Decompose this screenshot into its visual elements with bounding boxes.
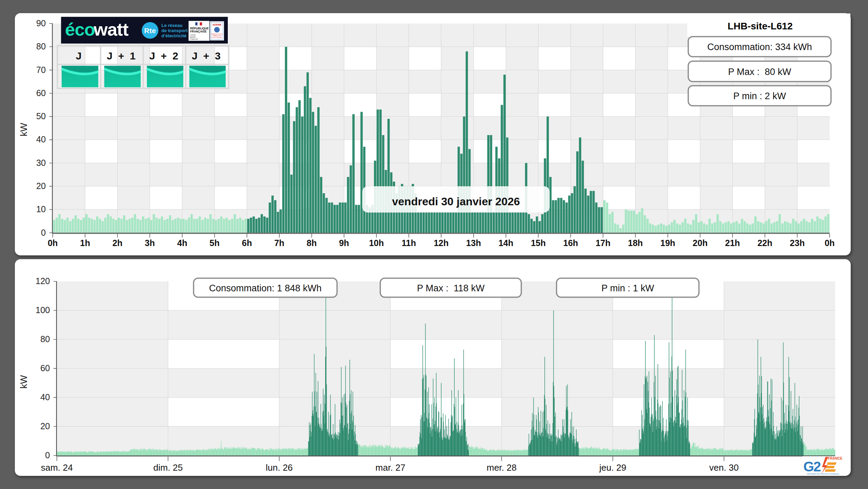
svg-text:80: 80 (36, 41, 46, 51)
svg-text:20h: 20h (693, 238, 708, 248)
svg-text:dim. 25: dim. 25 (153, 462, 183, 473)
svg-text:9h: 9h (339, 238, 349, 248)
svg-text:120: 120 (36, 276, 50, 286)
svg-text:5h: 5h (209, 238, 220, 248)
svg-text:P Max : 80 kW: P Max : 80 kW (728, 67, 791, 77)
svg-text:10: 10 (36, 204, 46, 214)
svg-text:10h: 10h (369, 238, 384, 248)
svg-text:Le réseau: Le réseau (161, 23, 183, 28)
svg-text:60: 60 (36, 88, 46, 98)
svg-text:G2: G2 (803, 459, 821, 474)
svg-text:J: J (76, 50, 83, 62)
svg-text:LHB-site-L612: LHB-site-L612 (728, 21, 793, 31)
svg-text:lun. 26: lun. 26 (266, 462, 293, 473)
svg-text:19h: 19h (660, 238, 675, 248)
svg-text:0h: 0h (48, 238, 58, 248)
svg-text:80: 80 (40, 334, 50, 344)
svg-text:13h: 13h (466, 238, 481, 248)
svg-text:vendredi 30 janvier 2026: vendredi 30 janvier 2026 (392, 195, 520, 208)
svg-text:jeu. 29: jeu. 29 (599, 462, 626, 473)
svg-text:P min : 2 kW: P min : 2 kW (733, 91, 786, 101)
svg-text:RÉPUBLIQUE: RÉPUBLIQUE (190, 27, 209, 30)
svg-text:40: 40 (40, 392, 50, 402)
svg-text:50: 50 (36, 111, 46, 121)
svg-text:4h: 4h (177, 238, 187, 248)
svg-text:11h: 11h (402, 238, 416, 248)
svg-text:sam. 24: sam. 24 (41, 462, 73, 473)
svg-text:ven. 30: ven. 30 (709, 462, 739, 473)
svg-text:Consommation: 334 kWh: Consommation: 334 kWh (707, 42, 812, 52)
svg-text:30: 30 (36, 158, 46, 168)
svg-text:60: 60 (40, 363, 50, 373)
svg-text:de transport: de transport (161, 28, 188, 33)
svg-text:FRANCE: FRANCE (828, 457, 842, 460)
svg-text:mar. 27: mar. 27 (375, 462, 405, 473)
svg-text:d’électricité: d’électricité (161, 33, 186, 38)
svg-text:1h: 1h (80, 238, 90, 248)
svg-text:Fraternité: Fraternité (190, 38, 198, 40)
svg-text:kW: kW (19, 375, 29, 389)
svg-text:15h: 15h (531, 238, 546, 248)
svg-text:3h: 3h (145, 238, 155, 248)
svg-text:P min : 1 kW: P min : 1 kW (601, 283, 654, 293)
svg-text:éco: éco (65, 19, 95, 39)
svg-text:mer. 28: mer. 28 (487, 462, 517, 473)
svg-text:ADEME: ADEME (213, 23, 222, 26)
svg-text:J + 3: J + 3 (192, 50, 222, 62)
svg-text:12h: 12h (434, 238, 449, 248)
svg-text:6h: 6h (242, 238, 252, 248)
svg-text:18h: 18h (628, 238, 643, 248)
svg-text:watt: watt (93, 19, 129, 39)
svg-text:21h: 21h (725, 238, 740, 248)
svg-text:0h: 0h (824, 238, 834, 248)
svg-text:20: 20 (36, 181, 46, 191)
svg-text:ÉCOLOGIQUE: ÉCOLOGIQUE (212, 37, 222, 38)
svg-text:Rte: Rte (144, 27, 156, 35)
svg-text:70: 70 (36, 65, 46, 75)
svg-text:Consommation: 1 848 kWh: Consommation: 1 848 kWh (209, 283, 322, 293)
svg-text:P Max : 118 kW: P Max : 118 kW (417, 283, 485, 293)
svg-text:40: 40 (36, 134, 46, 144)
svg-text:2h: 2h (112, 238, 122, 248)
svg-text:17h: 17h (596, 238, 610, 248)
svg-text:100: 100 (36, 305, 50, 315)
svg-text:0: 0 (45, 450, 50, 460)
svg-text:0: 0 (41, 228, 46, 237)
svg-text:kW: kW (19, 123, 29, 137)
svg-text:20: 20 (40, 421, 50, 431)
svg-text:90: 90 (36, 18, 46, 28)
svg-text:Optimisation des ressources én: Optimisation des ressources énergétiques (807, 473, 839, 475)
svg-text:FRANÇAISE: FRANÇAISE (190, 30, 207, 33)
svg-text:23h: 23h (790, 238, 805, 248)
svg-text:14h: 14h (498, 238, 513, 248)
svg-text:7h: 7h (274, 238, 284, 248)
svg-text:J + 1: J + 1 (107, 50, 137, 62)
svg-text:16h: 16h (563, 238, 578, 248)
svg-text:J + 2: J + 2 (149, 50, 180, 62)
svg-text:8h: 8h (307, 238, 317, 248)
svg-text:22h: 22h (757, 238, 772, 248)
